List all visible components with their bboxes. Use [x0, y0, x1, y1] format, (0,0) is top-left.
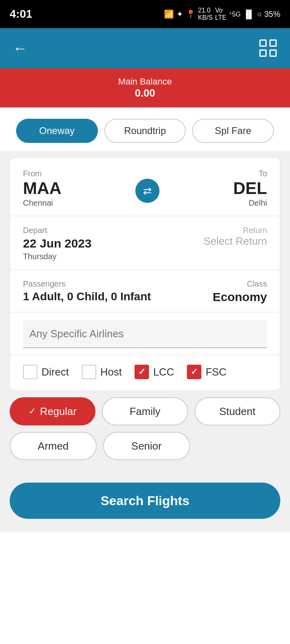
to-code: DEL	[233, 180, 267, 197]
route-from[interactable]: From MAA Chennai	[23, 169, 62, 208]
regular-label: Regular	[40, 405, 77, 418]
checkbox-host[interactable]: Host	[82, 365, 122, 379]
search-flights-label: Search Flights	[101, 493, 190, 508]
select-return: Select Return	[203, 235, 267, 248]
return-date-field[interactable]: Return Select Return	[203, 226, 267, 261]
swap-button[interactable]: ⇄	[135, 179, 160, 203]
direct-checkbox-box[interactable]	[23, 365, 37, 379]
battery-ring: ○	[257, 10, 262, 19]
host-label: Host	[100, 366, 122, 378]
class-field[interactable]: Class Economy	[213, 279, 267, 304]
from-city: Chennai	[23, 198, 53, 208]
header: ←	[0, 28, 290, 68]
family-label: Family	[130, 405, 161, 418]
regular-check-icon: ✓	[29, 406, 36, 417]
checkbox-direct[interactable]: Direct	[23, 365, 69, 379]
depart-date: 22 Jun 2023	[23, 237, 91, 250]
status-icons: 📶 ✦ 📍 21.0KB/S VoLTE ⁺5G ▐▌ ○ 35%	[164, 7, 280, 21]
battery-percent: 35%	[264, 10, 280, 19]
fare-student[interactable]: Student	[195, 397, 280, 425]
depart-label: Depart	[23, 226, 91, 235]
fare-row-2: Armed Senior	[10, 432, 280, 460]
to-city: Delhi	[249, 198, 267, 208]
balance-value: 0.00	[10, 87, 280, 99]
route-section: From MAA Chennai ⇄ To DEL Delhi	[10, 158, 280, 216]
lcc-label: LCC	[153, 366, 174, 378]
fare-regular[interactable]: ✓ Regular	[10, 397, 95, 425]
depart-day: Thursday	[23, 252, 91, 261]
fare-family[interactable]: Family	[102, 397, 188, 425]
from-code: MAA	[23, 180, 62, 197]
grid-icon[interactable]	[259, 39, 277, 57]
bluetooth-icon: ✦	[176, 9, 183, 19]
fsc-checkbox-box[interactable]	[187, 365, 201, 379]
trip-tabs: Oneway Roundtrip Spl Fare	[0, 107, 290, 151]
lcc-checkbox-box[interactable]	[135, 365, 149, 379]
network-speed: 21.0KB/S	[198, 7, 213, 21]
passengers-section: Passengers 1 Adult, 0 Child, 0 Infant Cl…	[10, 270, 280, 312]
location-icon: 📍	[186, 9, 196, 19]
tab-splfares[interactable]: Spl Fare	[192, 119, 274, 143]
checkboxes-section: Direct Host LCC FSC	[10, 355, 280, 390]
fare-senior[interactable]: Senior	[103, 432, 190, 460]
route-to[interactable]: To DEL Delhi	[233, 169, 267, 208]
pax-value: 1 Adult, 0 Child, 0 Infant	[23, 290, 151, 303]
from-label: From	[23, 169, 42, 178]
fiveg-icon: ⁺5G	[229, 10, 240, 18]
back-button[interactable]: ←	[13, 40, 27, 57]
fsc-label: FSC	[205, 366, 226, 378]
passengers-field[interactable]: Passengers 1 Adult, 0 Child, 0 Infant	[23, 279, 151, 303]
airlines-section	[10, 312, 280, 355]
depart-date-field[interactable]: Depart 22 Jun 2023 Thursday	[23, 226, 91, 261]
date-section: Depart 22 Jun 2023 Thursday Return Selec…	[10, 216, 280, 270]
tab-oneway[interactable]: Oneway	[16, 119, 98, 143]
tab-roundtrip[interactable]: Roundtrip	[104, 119, 186, 143]
senior-label: Senior	[131, 440, 162, 452]
class-label: Class	[213, 279, 267, 289]
fare-row-1: ✓ Regular Family Student	[10, 397, 280, 425]
balance-label: Main Balance	[10, 76, 280, 87]
checkbox-lcc[interactable]: LCC	[135, 365, 174, 379]
main-card: From MAA Chennai ⇄ To DEL Delhi Depart 2…	[10, 157, 280, 391]
signal-icon: ▐▌	[243, 10, 255, 19]
pax-label: Passengers	[23, 279, 151, 289]
volte-icon: VoLTE	[215, 7, 226, 21]
armed-label: Armed	[38, 440, 69, 452]
return-label: Return	[203, 226, 267, 235]
bottom-area	[0, 532, 290, 644]
swap-icon: ⇄	[143, 185, 152, 197]
class-value: Economy	[213, 290, 267, 304]
direct-label: Direct	[41, 366, 69, 378]
search-flights-button[interactable]: Search Flights	[10, 483, 280, 519]
sim-icon: 📶	[164, 9, 174, 19]
status-time: 4:01	[10, 8, 32, 21]
checkbox-fsc[interactable]: FSC	[187, 365, 226, 379]
search-btn-wrapper: Search Flights	[0, 466, 290, 532]
airlines-input[interactable]	[23, 320, 267, 348]
status-bar: 4:01 📶 ✦ 📍 21.0KB/S VoLTE ⁺5G ▐▌ ○ 35%	[0, 0, 290, 28]
student-label: Student	[220, 405, 256, 418]
fare-armed[interactable]: Armed	[10, 432, 97, 460]
fare-section: ✓ Regular Family Student Armed Senior	[0, 397, 290, 460]
to-label: To	[259, 169, 267, 178]
host-checkbox-box[interactable]	[82, 365, 96, 379]
balance-bar: Main Balance 0.00	[0, 68, 290, 107]
